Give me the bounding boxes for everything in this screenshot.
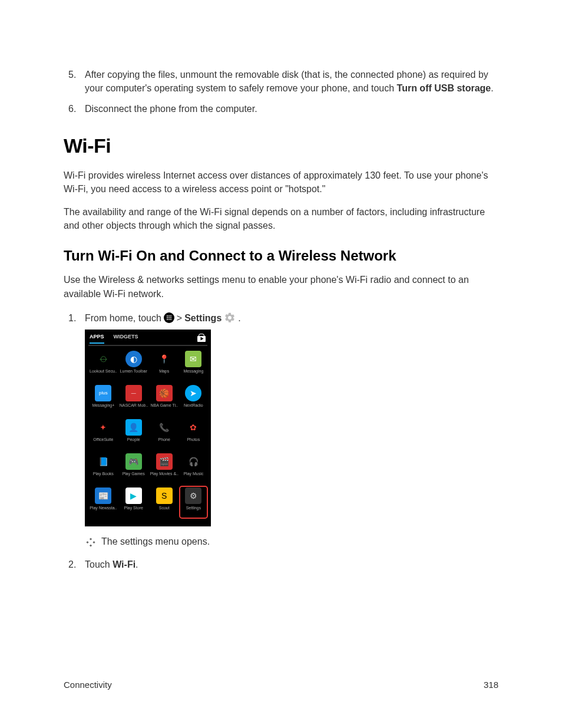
svg-point-7: [168, 319, 170, 320]
app-item: ⦵Lookout Secu..: [90, 351, 117, 384]
app-item: 🎧Play Music: [181, 453, 206, 486]
bold: Wi-Fi: [113, 559, 135, 569]
app-label: Maps: [159, 368, 169, 374]
svg-point-8: [170, 319, 171, 320]
num: 2.: [68, 558, 76, 571]
app-label: Scout: [159, 505, 170, 511]
settings-label: Settings: [184, 311, 222, 325]
app-label: People: [127, 437, 140, 443]
app-icon: ▶: [125, 487, 142, 504]
app-label: Play Music: [183, 471, 203, 477]
app-item: ✉Messaging: [181, 351, 206, 384]
app-label: NASCAR Mob..: [120, 403, 148, 409]
svg-point-5: [170, 317, 171, 318]
para-wifi-2: The availability and range of the Wi-Fi …: [64, 205, 498, 232]
app-label: Photos: [187, 437, 200, 443]
svg-point-0: [167, 315, 168, 317]
app-item: 👤People: [120, 419, 148, 452]
app-icon: S: [156, 487, 173, 504]
app-label: Settings: [186, 505, 201, 511]
text: Disconnect the phone from the computer.: [85, 104, 257, 114]
app-item: 📰Play Newssta..: [90, 487, 117, 521]
app-label: OfficeSuite: [93, 437, 113, 443]
app-item: 🎮Play Games: [120, 453, 148, 486]
svg-point-1: [168, 315, 170, 317]
app-icon: ➤: [185, 385, 201, 401]
app-item: plusMessaging+: [90, 385, 117, 418]
heading-wifi: Wi-Fi: [64, 131, 498, 160]
num: 1.: [68, 311, 76, 325]
svg-point-4: [168, 317, 170, 318]
footer-left: Connectivity: [64, 680, 112, 690]
app-icon: 🎬: [156, 453, 173, 470]
app-item: 📘Play Books: [90, 453, 117, 486]
tab-apps: APPS: [90, 333, 104, 344]
app-icon: 📞: [156, 419, 173, 436]
svg-point-3: [167, 317, 168, 318]
app-label: Play Movies &..: [150, 471, 178, 477]
app-icon: 📰: [95, 487, 111, 504]
app-label: NBA Game Ti..: [151, 403, 178, 409]
app-item: ▶Play Store: [120, 487, 148, 521]
app-icon: plus: [95, 385, 111, 401]
app-item: SScout: [150, 487, 178, 521]
app-label: Play Games: [123, 471, 145, 477]
app-label: Lumen Toolbar: [120, 368, 147, 374]
footer: Connectivity 318: [64, 680, 498, 690]
list-item-5: 5. After copying the files, unmount the …: [64, 68, 498, 95]
gear-icon: [224, 312, 236, 324]
app-icon: ✿: [185, 419, 201, 436]
text-pre: Touch: [85, 559, 113, 569]
app-icon: ✦: [95, 419, 111, 436]
list-item-6: 6. Disconnect the phone from the compute…: [64, 102, 498, 116]
post: .: [491, 83, 493, 93]
app-label: Messaging: [183, 368, 203, 374]
app-label: Play Books: [93, 471, 114, 477]
svg-rect-12: [92, 541, 95, 543]
app-icon: —: [125, 385, 142, 401]
svg-rect-11: [86, 541, 88, 543]
bold: Turn off USB storage: [397, 83, 491, 93]
apps-icon: [164, 312, 174, 323]
app-label: Lookout Secu..: [90, 368, 117, 374]
note-line: The settings menu opens.: [85, 535, 498, 548]
svg-point-6: [167, 319, 168, 320]
note-text: The settings menu opens.: [101, 535, 210, 548]
diamond-icon: [86, 537, 95, 546]
app-item: 🎬Play Movies &..: [150, 453, 178, 486]
step-2: 2. Touch Wi-Fi.: [64, 558, 498, 571]
period: .: [238, 311, 240, 325]
app-icon: ✉: [185, 351, 201, 367]
app-item: 📞Phone: [150, 419, 178, 452]
heading-turn-wifi: Turn Wi-Fi On and Connect to a Wireless …: [64, 246, 498, 266]
num: 5.: [68, 68, 76, 81]
step-1: 1. From home, touch > Settings: [64, 311, 498, 548]
app-icon: 👤: [125, 419, 142, 436]
app-item: ◐Lumen Toolbar: [120, 351, 148, 384]
app-label: NextRadio: [184, 403, 203, 409]
num: 6.: [68, 102, 76, 116]
svg-rect-9: [90, 538, 92, 540]
text-pre: From home, touch: [85, 311, 161, 325]
app-item: —NASCAR Mob..: [120, 385, 148, 418]
footer-right: 318: [484, 680, 498, 690]
shop-icon: [197, 334, 206, 343]
phone-tabs: APPS WIDGETS: [88, 333, 207, 346]
svg-point-2: [170, 315, 171, 317]
app-icon: 📘: [95, 453, 111, 470]
para-turn: Use the Wireless & networks settings men…: [64, 273, 498, 300]
app-item: ⚙Settings: [179, 486, 208, 519]
gt: >: [177, 311, 182, 325]
app-item: 📍Maps: [150, 351, 178, 384]
app-icon: 🎮: [125, 453, 142, 470]
app-icon: 📍: [156, 351, 173, 367]
app-item: ➤NextRadio: [181, 385, 206, 418]
app-label: Play Newssta..: [90, 505, 117, 511]
para-wifi-1: Wi-Fi provides wireless Internet access …: [64, 169, 498, 196]
app-icon: ⦵: [95, 351, 111, 367]
app-item: 🏀NBA Game Ti..: [150, 385, 178, 418]
tab-widgets: WIDGETS: [114, 333, 138, 344]
app-item: ✿Photos: [181, 419, 206, 452]
apps-grid: ⦵Lookout Secu..◐Lumen Toolbar📍Maps✉Messa…: [88, 346, 207, 521]
app-label: Phone: [158, 437, 170, 443]
